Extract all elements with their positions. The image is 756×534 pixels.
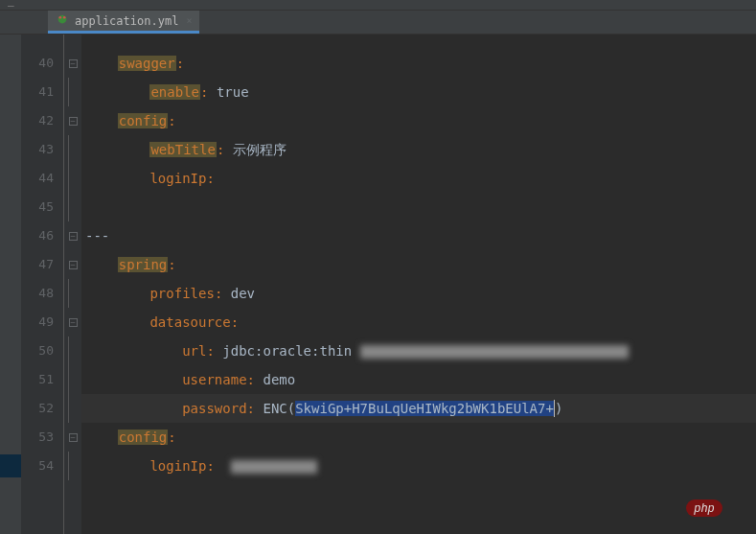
fold-marker	[64, 135, 81, 164]
svg-point-0	[58, 15, 67, 24]
line-number: 52	[21, 394, 63, 423]
yaml-key: loginIp	[149, 171, 206, 186]
yaml-value: true	[217, 84, 249, 100]
fold-marker	[64, 193, 81, 221]
tab-label: application.yml	[75, 14, 178, 28]
line-number: 47	[21, 250, 63, 279]
code-line[interactable]: loginIp:	[81, 452, 756, 480]
fold-marker	[64, 78, 81, 106]
left-margin-highlight	[0, 454, 21, 477]
line-number: 51	[21, 365, 63, 394]
redacted-text	[231, 460, 317, 474]
fold-marker	[64, 164, 81, 193]
watermark-text: php	[686, 499, 722, 517]
yaml-key: profiles	[149, 286, 214, 301]
fold-marker	[64, 279, 81, 308]
fold-marker	[64, 337, 81, 365]
yaml-key: webTitle	[149, 142, 216, 157]
code-line[interactable]: enable: true	[81, 78, 756, 106]
yaml-value: dev	[231, 286, 255, 301]
fold-marker[interactable]: −	[64, 221, 81, 250]
fold-marker[interactable]: −	[64, 423, 81, 452]
code-line[interactable]	[81, 193, 756, 221]
line-number: 45	[21, 193, 63, 221]
redacted-text	[360, 345, 629, 359]
toolbar-dash: —	[8, 0, 14, 12]
line-number: 49	[21, 308, 63, 337]
code-line[interactable]: password: ENC(SkwiGp+H7BuLqUeHIWkg2bWK1b…	[81, 394, 756, 423]
code-line[interactable]: swagger:	[81, 49, 756, 78]
fold-marker[interactable]: −	[64, 49, 81, 78]
yaml-key: password	[182, 401, 246, 416]
yaml-key: loginIp	[149, 458, 206, 474]
code-line[interactable]: username: demo	[81, 365, 756, 394]
line-number-gutter: 404142434445464748495051525354	[21, 35, 64, 534]
yaml-key: datasource	[149, 314, 230, 330]
close-icon[interactable]: ×	[186, 15, 192, 26]
svg-point-1	[59, 16, 62, 19]
yaml-key: enable	[149, 84, 200, 100]
code-line[interactable]: ---	[81, 221, 756, 250]
code-line[interactable]: loginIp:	[81, 164, 756, 193]
line-number: 43	[21, 135, 63, 164]
watermark: php	[686, 499, 722, 515]
code-body[interactable]: swagger: enable: true config: webTitle: …	[81, 35, 756, 534]
yaml-value: jdbc:oracle:thin	[222, 343, 352, 359]
line-number: 44	[21, 164, 63, 193]
line-number: 46	[21, 221, 63, 250]
fold-marker[interactable]: −	[64, 250, 81, 279]
yaml-key: config	[118, 430, 169, 445]
code-line[interactable]: profiles: dev	[81, 279, 756, 308]
code-line[interactable]: url: jdbc:oracle:thin	[81, 337, 756, 365]
code-line[interactable]: spring:	[81, 250, 756, 279]
fold-marker	[64, 452, 81, 480]
editor-tab-bar: application.yml ×	[0, 11, 756, 35]
fold-gutter: −−−−−−	[64, 35, 81, 534]
code-line[interactable]: datasource:	[81, 308, 756, 337]
editor[interactable]: 404142434445464748495051525354 −−−−−− sw…	[0, 35, 756, 534]
code-line[interactable]: config:	[81, 423, 756, 452]
tab-application-yml[interactable]: application.yml ×	[48, 11, 199, 34]
yaml-value: 示例程序	[233, 142, 286, 157]
yaml-value: demo	[263, 372, 295, 387]
fold-marker[interactable]: −	[64, 106, 81, 135]
fold-marker[interactable]: −	[64, 308, 81, 337]
code-line[interactable]: webTitle: 示例程序	[81, 135, 756, 164]
fold-marker	[64, 365, 81, 394]
yaml-key: url	[182, 343, 206, 359]
yaml-file-icon	[56, 12, 69, 29]
code-line[interactable]: config:	[81, 106, 756, 135]
fold-marker	[64, 394, 81, 423]
yaml-key: swagger	[118, 56, 176, 71]
yaml-key: spring	[118, 257, 169, 272]
yaml-key: config	[118, 113, 169, 128]
line-number: 53	[21, 423, 63, 452]
line-number: 54	[21, 452, 63, 480]
selected-text: SkwiGp+H7BuLqUeHIWkg2bWK1bEUlA7+	[295, 401, 554, 416]
toolbar: —	[0, 0, 756, 11]
svg-point-2	[63, 16, 66, 19]
line-number: 41	[21, 78, 63, 106]
line-number: 50	[21, 337, 63, 365]
yaml-key: username	[182, 372, 246, 387]
line-number: 40	[21, 49, 63, 78]
line-number: 42	[21, 106, 63, 135]
line-number: 48	[21, 279, 63, 308]
